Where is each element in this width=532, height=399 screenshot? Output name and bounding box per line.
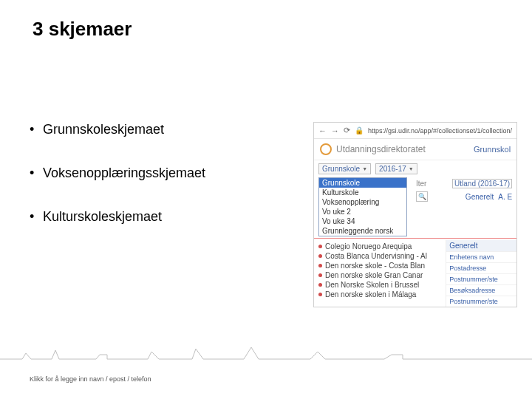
list-item-label: Den Norske Skolen i Brussel [325, 281, 419, 289]
dropdown-item[interactable]: Vo uke 34 [319, 216, 406, 226]
search-input[interactable]: 🔍 [416, 191, 428, 202]
details-label: Postnummer/ste [446, 273, 516, 284]
brand-row: Utdanningsdirektoratet Grunnskol [314, 139, 516, 160]
bullet-dot-icon [318, 283, 322, 287]
list-item[interactable]: Den norske skole - Costa Blan [318, 261, 446, 270]
back-icon[interactable]: ← [318, 126, 327, 135]
brand-logo-icon [320, 143, 332, 155]
bullet-dot-icon [318, 264, 322, 267]
chevron-down-icon: ▼ [362, 166, 367, 171]
bullet-dot-icon [318, 273, 322, 277]
details-label: Enhetens navn [446, 251, 516, 262]
search-icon: 🔍 [418, 193, 426, 200]
reload-icon[interactable]: ⟳ [344, 126, 350, 135]
lock-icon: 🔒 [355, 126, 364, 134]
tab-a-e[interactable]: A. E [498, 193, 512, 201]
year-select-value: 2016-17 [379, 165, 406, 173]
list-item[interactable]: Den Norske Skolen i Brussel [318, 280, 446, 290]
filter-row: Iter Utland (2016-17) [412, 177, 516, 190]
dropdown-item[interactable]: Vo uke 2 [319, 207, 406, 216]
list-item-label: Den norske skole - Costa Blan [325, 262, 425, 270]
list-item[interactable]: Den norske skolen i Málaga [318, 290, 446, 299]
tab-generelt[interactable]: Generelt [466, 193, 494, 201]
list-item-label: Costa Blanca Undervisning - Al [325, 252, 427, 260]
list-item-label: Den norske skolen i Málaga [325, 290, 416, 299]
chevron-down-icon: ▼ [409, 166, 414, 171]
utland-chip[interactable]: Utland (2016-17) [452, 179, 512, 188]
bullet-dot-icon [318, 254, 322, 258]
browser-toolbar: ← → ⟳ 🔒 https://gsi.udir.no/app/#/collec… [314, 123, 516, 139]
bullet-list: Grunnskoleskjemaet Voksenopplæringsskjem… [33, 122, 306, 253]
bullet-dot-icon [318, 245, 322, 248]
bullet-item: Kulturskoleskjemaet [43, 209, 306, 225]
details-label: Postadresse [446, 262, 516, 273]
dropdown-item[interactable]: Kulturskole [319, 188, 406, 197]
slide: 3 skjemaer Grunnskoleskjemaet Voksenoppl… [0, 0, 532, 399]
details-label: Besøksadresse [446, 284, 516, 296]
footer-skyline [0, 343, 532, 364]
forward-icon[interactable]: → [331, 126, 339, 135]
list-item[interactable]: Den norske skole Gran Canar [318, 270, 446, 280]
address-bar[interactable]: https://gsi.udir.no/app/#/collectionset/… [368, 127, 512, 134]
year-select[interactable]: 2016-17 ▼ [375, 163, 417, 174]
bullet-item: Voksenopplæringsskjemaet [43, 166, 306, 181]
browser-screenshot: ← → ⟳ 🔒 https://gsi.udir.no/app/#/collec… [313, 122, 517, 307]
category-dropdown[interactable]: Grunnskole Kulturskole Voksenopplæring V… [318, 177, 407, 236]
details-panel: Generelt Enhetens navn Postadresse Postn… [446, 240, 516, 307]
list-item[interactable]: Costa Blanca Undervisning - Al [318, 251, 446, 261]
dropdown-item[interactable]: Grunnleggende norsk [319, 226, 406, 236]
content-row: Grunnskoleskjemaet Voksenopplæringsskjem… [33, 122, 502, 307]
brand-name: Utdanningsdirektoratet [336, 144, 426, 154]
filter-text: Iter [416, 180, 426, 188]
search-row: 🔍 Generelt A. E [412, 190, 516, 203]
bullet-item: Grunnskoleskjemaet [43, 122, 306, 137]
presenter-note[interactable]: Klikk for å legge inn navn / epost / tel… [30, 375, 151, 383]
dropdown-item[interactable]: Voksenopplæring [319, 197, 406, 207]
category-select[interactable]: Grunnskole ▼ [318, 163, 371, 174]
list-item-label: Colegio Noruego Arequipa [325, 242, 412, 250]
brand-section: Grunnskol [474, 145, 511, 154]
controls-row: Grunnskole ▼ 2016-17 ▼ [314, 160, 516, 177]
dropdown-item-selected[interactable]: Grunnskole [319, 178, 406, 188]
category-select-value: Grunnskole [322, 165, 360, 173]
list-item[interactable]: Colegio Noruego Arequipa [318, 242, 446, 251]
list-item-label: Den norske skole Gran Canar [325, 271, 423, 279]
results-list: Colegio Noruego Arequipa Costa Blanca Un… [314, 240, 446, 307]
results-area: Colegio Noruego Arequipa Costa Blanca Un… [314, 240, 516, 307]
slide-title: 3 skjemaer [33, 18, 502, 41]
details-header: Generelt [446, 240, 516, 251]
divider [314, 238, 516, 239]
bullet-dot-icon [318, 293, 322, 296]
details-label: Postnummer/ste [446, 296, 516, 307]
